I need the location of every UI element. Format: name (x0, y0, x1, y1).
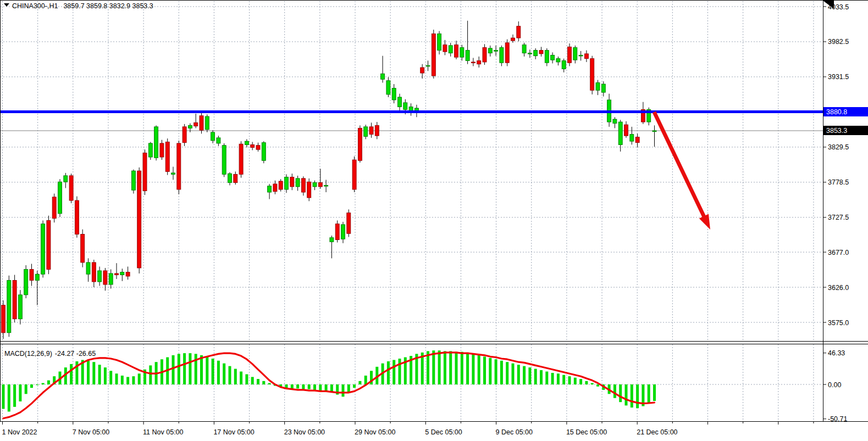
candle (285, 174, 289, 193)
macd-histogram-bar (19, 384, 21, 401)
macd-histogram-bar (223, 364, 225, 384)
macd-histogram-bar (528, 367, 531, 384)
last-price-badge: 3853.3 (823, 126, 868, 135)
blue-price-badge: 3880.8 (823, 107, 868, 116)
macd-histogram-bar (523, 366, 526, 384)
candle (500, 46, 504, 66)
candle (290, 174, 294, 190)
candle (432, 30, 435, 79)
macd-histogram-bar (13, 384, 16, 407)
macd-histogram-bar (449, 351, 452, 384)
candle (471, 58, 475, 66)
candle (234, 171, 237, 185)
macd-histogram-bar (619, 384, 622, 402)
symbol-marker-icon (4, 3, 9, 7)
macd-histogram-bar (568, 376, 571, 384)
macd-histogram-bar (2, 384, 5, 409)
candle (330, 236, 334, 258)
candle (511, 35, 515, 43)
macd-histogram-bar (183, 353, 186, 384)
candle (607, 94, 611, 127)
candle (551, 52, 555, 63)
candle (313, 181, 317, 191)
price-axis[interactable]: 4033.53982.53931.53829.53778.53727.53677… (823, 3, 849, 423)
macd-histogram-bar (495, 359, 497, 384)
candle (7, 276, 11, 337)
pane-splitter[interactable] (0, 342, 868, 344)
candle (318, 169, 322, 188)
macd-histogram-bar (8, 384, 10, 411)
macd-histogram-bar (308, 384, 311, 389)
price-tick-label: 3982.5 (828, 38, 849, 46)
candlestick-series (2, 21, 657, 339)
macd-histogram-bar (257, 379, 259, 384)
candle (98, 266, 102, 286)
price-tick-label: 3829.5 (828, 143, 849, 151)
candle (69, 174, 73, 203)
candle (194, 114, 198, 128)
time-axis[interactable]: 1 Nov 20227 Nov 05:0011 Nov 05:0017 Nov … (2, 421, 814, 436)
macd-histogram-bar (455, 352, 458, 384)
macd-histogram-bar (25, 384, 27, 394)
macd-histogram-bar (206, 356, 208, 384)
candle (41, 220, 45, 277)
macd-histogram-bar (534, 369, 537, 384)
macd-histogram-bar (387, 361, 390, 384)
arrow-object[interactable] (654, 112, 710, 230)
macd-histogram-bar (149, 365, 152, 384)
horizontal-line-object[interactable] (0, 110, 823, 113)
macd-histogram-bar (251, 377, 254, 384)
time-tick-label: 7 Nov 05:00 (73, 428, 109, 436)
macd-signal-line (3, 353, 655, 418)
candle (421, 64, 424, 79)
candle (279, 179, 283, 192)
candle (483, 44, 486, 65)
candle (568, 43, 572, 66)
candle (115, 263, 119, 279)
macd-histogram-bar (483, 356, 486, 384)
candle (205, 114, 209, 132)
candle (335, 220, 339, 242)
macd-histogram-bar (319, 384, 322, 390)
macd-histogram-bar (70, 364, 73, 384)
candle (81, 230, 85, 267)
macd-histogram-bar (574, 378, 577, 384)
macd-histogram-bar (240, 372, 242, 384)
candle (137, 168, 141, 273)
candle (228, 172, 232, 186)
macd-histogram-bar (353, 384, 356, 388)
macd-histogram-bar (42, 383, 45, 384)
candle (358, 125, 362, 163)
candle (131, 170, 135, 194)
last-price-value: 3853.3 (826, 127, 847, 135)
candle (347, 209, 351, 237)
candle (505, 40, 509, 66)
candle (256, 143, 260, 152)
candle (630, 127, 634, 145)
macd-histogram-bar (478, 355, 480, 384)
chart-canvas[interactable]: 4033.53982.53931.53829.53778.53727.53677… (0, 0, 868, 441)
candle (449, 43, 452, 57)
macd-histogram-bar (461, 352, 463, 384)
macd-histogram-bar (653, 384, 656, 401)
macd-histogram-bar (358, 381, 361, 384)
candle (52, 193, 56, 222)
candle (562, 59, 566, 72)
macd-histogram-bar (585, 381, 588, 384)
macd-histogram-bar (189, 353, 191, 384)
macd-histogram-bar (115, 373, 118, 384)
macd-histogram-bar (512, 364, 515, 384)
candle (103, 268, 107, 291)
candle (35, 271, 39, 305)
macd-histogram-bar (245, 374, 248, 384)
macd-histogram-bar (591, 383, 594, 384)
blue-badge-value: 3880.8 (826, 108, 847, 116)
candle (647, 108, 651, 126)
candle (30, 264, 34, 286)
candle (13, 275, 16, 322)
macd-histogram-bar (172, 355, 175, 384)
candle (460, 45, 464, 61)
macd-histogram-bar (234, 369, 237, 384)
candle (262, 141, 266, 163)
macd-histogram-bar (132, 376, 135, 384)
